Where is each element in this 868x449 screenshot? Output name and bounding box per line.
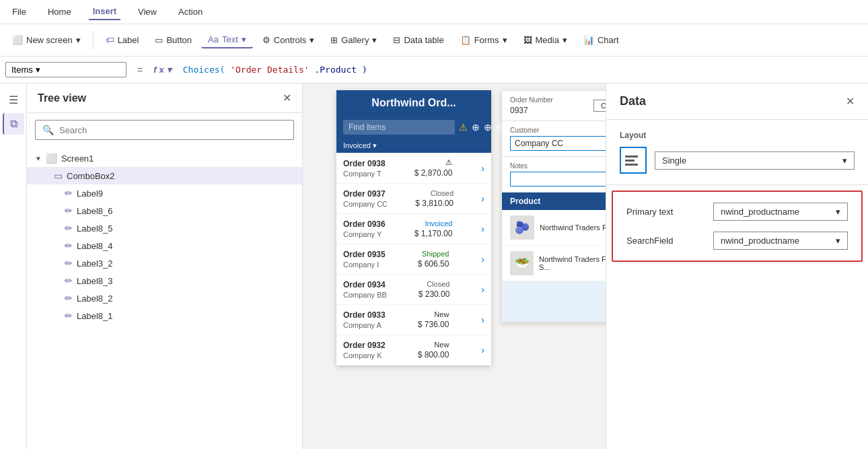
- order-number-section: Order Number 0937 Close: [502, 91, 606, 121]
- menu-file[interactable]: File: [8, 4, 30, 20]
- customer-section: Customer: [502, 121, 606, 157]
- order-number-label: Order Number: [510, 96, 553, 104]
- text-dropdown-icon: ▾: [242, 34, 246, 44]
- tree-item-label8-4[interactable]: ✏ Label8_4: [27, 237, 302, 254]
- hamburger-menu-icon[interactable]: ☰: [3, 89, 24, 110]
- layout-dropdown-arrow: ▾: [842, 156, 847, 166]
- tree-item-label8-6[interactable]: ✏ Label8_6: [27, 202, 302, 219]
- tree-view-close-button[interactable]: ✕: [283, 92, 291, 104]
- order-item-0935[interactable]: Order 0935 Company I Shipped $ 606.50 ›: [336, 244, 491, 275]
- notes-section: Notes: [502, 157, 606, 193]
- menu-bar: File Home Insert View Action: [0, 0, 868, 24]
- menu-insert[interactable]: Insert: [89, 3, 120, 20]
- tree-search-box[interactable]: 🔍: [35, 120, 294, 140]
- controls-icon: ⚙: [262, 35, 270, 45]
- gallery-button[interactable]: ⊞ Gallery ▾: [324, 32, 384, 48]
- circle-icon-1: ⊕: [472, 122, 480, 133]
- media-icon: 🖼: [523, 35, 532, 45]
- app-search-input[interactable]: [343, 120, 455, 135]
- app-search-bar: ⚠ ⊕ ⊕ ⊕: [336, 116, 491, 139]
- label9-label: Label9: [77, 188, 103, 199]
- customer-input[interactable]: [510, 136, 606, 151]
- icon-strip: ☰ ⧉: [0, 83, 27, 449]
- formula-property: .Product ): [314, 65, 367, 75]
- dropdown-arrow-icon: ▾: [76, 35, 81, 45]
- circle-icon-2: ⊕: [484, 122, 492, 133]
- order-item-0936[interactable]: Order 0936 Company Y Invoiced $ 1,170.00…: [336, 214, 491, 244]
- layout-type-dropdown[interactable]: Single ▾: [655, 151, 855, 170]
- close-order-button[interactable]: Close: [593, 100, 606, 112]
- label8-5-label: Label8_5: [77, 223, 113, 234]
- tree-item-combobox2[interactable]: ▭ ComboBox2: [27, 167, 302, 184]
- order-item-0933[interactable]: Order 0933 Company A New $ 736.00 ›: [336, 305, 491, 335]
- chevron-right-icon: ›: [481, 345, 484, 355]
- tree-item-label3-2[interactable]: ✏ Label3_2: [27, 254, 302, 272]
- label-icon-tree: ✏: [65, 205, 73, 216]
- label-icon-tree: ✏: [65, 188, 73, 199]
- search-field-dropdown-arrow: ▾: [836, 236, 840, 246]
- chevron-right-icon: ›: [481, 193, 484, 204]
- formula-string: 'Order Details': [230, 65, 309, 75]
- formula-keyword: Choices(: [183, 65, 225, 75]
- canvas-area: Northwind Ord... ⚠ ⊕ ⊕ ⊕ Invoiced ▾ Orde…: [303, 83, 606, 449]
- new-screen-icon: ⬜: [12, 35, 23, 45]
- primary-text-dropdown[interactable]: nwind_productname ▾: [713, 203, 848, 221]
- label-icon: 🏷: [106, 35, 114, 45]
- chevron-right-icon: ›: [481, 314, 484, 325]
- menu-home[interactable]: Home: [44, 4, 75, 20]
- search-field-dropdown[interactable]: nwind_productname ▾: [713, 232, 848, 250]
- forms-button[interactable]: 📋 Forms ▾: [454, 32, 514, 48]
- order-item-0937[interactable]: Order 0937 Company CC Closed $ 3,810.00 …: [336, 184, 491, 214]
- gallery-dropdown-icon: ▾: [372, 35, 377, 45]
- menu-view[interactable]: View: [134, 4, 161, 20]
- search-field-row: SearchField nwind_productname ▾: [626, 232, 848, 250]
- order-item-0932[interactable]: Order 0932 Company K New $ 800.00 ›: [336, 335, 491, 366]
- primary-text-row: Primary text nwind_productname ▾: [626, 203, 848, 221]
- chevron-right-icon: ›: [481, 223, 484, 234]
- tree-item-screen1[interactable]: ▼ ⬜ Screen1: [27, 149, 302, 167]
- data-panel: Data ✕ Layout Single ▾ Primary text: [606, 83, 868, 449]
- layout-icon-selected[interactable]: [620, 147, 647, 174]
- formula-input[interactable]: Choices( 'Order Details' .Product ): [177, 61, 863, 78]
- equals-sign: =: [132, 65, 148, 75]
- tree-item-label8-3[interactable]: ✏ Label8_3: [27, 272, 302, 289]
- data-table-button[interactable]: ⊟ Data table: [386, 32, 450, 48]
- tree-item-label8-1[interactable]: ✏ Label8_1: [27, 307, 302, 324]
- tree-item-label8-2[interactable]: ✏ Label8_2: [27, 289, 302, 307]
- tree-search-input[interactable]: [59, 125, 287, 135]
- controls-button[interactable]: ⚙ Controls ▾: [256, 32, 321, 48]
- layout-section: Layout Single ▾: [606, 120, 868, 185]
- data-panel-title: Data: [620, 94, 646, 108]
- tree-items-list: ▼ ⬜ Screen1 ▭ ComboBox2 ✏ Label9 ✏ Label…: [27, 147, 302, 449]
- left-section: ☰ ⧉ Tree view ✕ 🔍 ▼ ⬜ Screen1: [0, 83, 303, 449]
- items-dropdown[interactable]: Items ▾: [5, 62, 126, 77]
- order-item-0934[interactable]: Order 0934 Company BB Closed $ 230.00 ›: [336, 275, 491, 305]
- tree-item-label9[interactable]: ✏ Label9: [27, 184, 302, 202]
- product-item-1[interactable]: 🫐 Northwind Traders Rasb...: [502, 210, 606, 246]
- product-item-2[interactable]: 🥗 Northwind Traders Fruit S...: [502, 246, 606, 281]
- search-field-label: SearchField: [626, 236, 673, 246]
- notes-label: Notes: [510, 162, 606, 170]
- text-button[interactable]: Aa Text ▾: [201, 32, 253, 48]
- menu-action[interactable]: Action: [174, 4, 207, 20]
- data-panel-header: Data ✕: [606, 83, 868, 120]
- media-dropdown-icon: ▾: [563, 35, 567, 45]
- tree-item-label8-5[interactable]: ✏ Label8_5: [27, 219, 302, 237]
- button-button[interactable]: ▭ Button: [148, 32, 198, 48]
- fx-button[interactable]: fx ▾: [153, 65, 172, 75]
- media-button[interactable]: 🖼 Media ▾: [517, 32, 574, 48]
- chart-button[interactable]: 📊 Chart: [577, 32, 626, 48]
- screen1-label: Screen1: [61, 153, 94, 164]
- label-icon-tree: ✏: [65, 223, 73, 234]
- button-icon: ▭: [155, 35, 163, 45]
- data-panel-close-button[interactable]: ✕: [846, 95, 855, 108]
- label3-2-label: Label3_2: [77, 258, 113, 269]
- label-button[interactable]: 🏷 Label: [99, 32, 146, 48]
- order-item-0938[interactable]: Order 0938 Company T ⚠ $ 2,870.00 ›: [336, 153, 491, 184]
- new-screen-button[interactable]: ⬜ New screen ▾: [5, 32, 87, 48]
- order-detail-panel: Order Number 0937 Close Customer Notes P…: [501, 90, 606, 322]
- notes-input[interactable]: [510, 172, 606, 186]
- items-dropdown-arrow: ▾: [36, 65, 40, 75]
- combobox-icon: ▭: [54, 170, 63, 181]
- layers-icon[interactable]: ⧉: [3, 113, 24, 135]
